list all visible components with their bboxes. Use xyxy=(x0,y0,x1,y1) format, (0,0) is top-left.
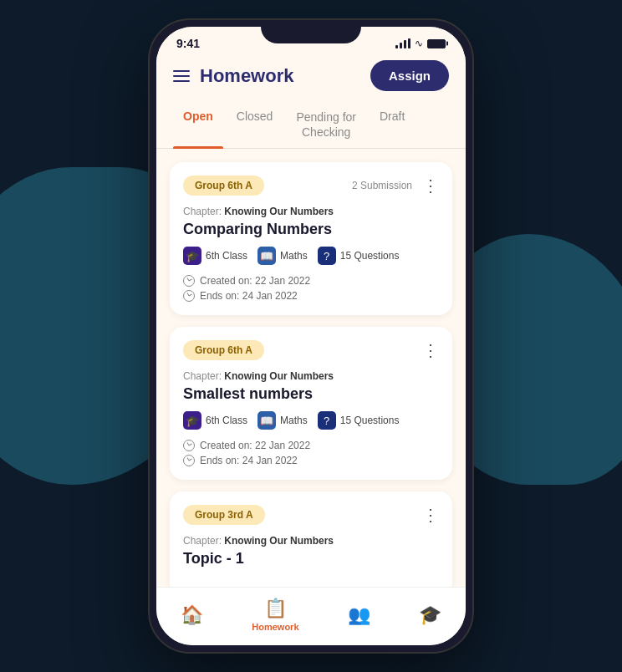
app-header: Homework Assign xyxy=(156,53,466,101)
created-date-1: Created on: 22 Jan 2022 xyxy=(183,275,439,287)
card-title-3: Topic - 1 xyxy=(183,550,439,568)
chapter-label-1: Chapter: Knowing Our Numbers xyxy=(183,206,439,217)
menu-button[interactable] xyxy=(173,70,190,82)
notch xyxy=(261,20,361,43)
more-options-2[interactable]: ⋮ xyxy=(422,342,439,359)
homework-list: Group 6th A 2 Submission ⋮ Chapter: Know… xyxy=(156,149,466,587)
nav-students[interactable]: 👥 xyxy=(348,604,370,626)
hamburger-line xyxy=(173,75,190,77)
hamburger-line xyxy=(173,70,190,72)
clock-icon-ends-2 xyxy=(183,455,195,466)
tab-open[interactable]: Open xyxy=(173,101,223,148)
bottom-navigation: 🏠 📋 Homework 👥 🎓 xyxy=(156,587,466,645)
scene: 9:41 ∿ xyxy=(0,0,622,672)
card-header-3: Group 3rd A ⋮ xyxy=(183,505,439,525)
card-title-1: Comparing Numbers xyxy=(183,221,439,238)
nav-courses[interactable]: 🎓 xyxy=(419,604,441,626)
created-date-2: Created on: 22 Jan 2022 xyxy=(183,440,439,451)
ends-date-2: Ends on: 24 Jan 2022 xyxy=(183,455,439,466)
subject-icon-2: 📖 xyxy=(257,411,276,430)
hamburger-line xyxy=(173,80,190,82)
phone-frame: 9:41 ∿ xyxy=(148,18,474,654)
subject-tag-2: 📖 Maths xyxy=(257,411,308,430)
card-title-2: Smallest numbers xyxy=(183,385,439,403)
status-icons: ∿ xyxy=(395,38,446,49)
courses-icon: 🎓 xyxy=(419,604,441,626)
card-header-2: Group 6th A ⋮ xyxy=(183,340,439,360)
class-tag-2: 🎓 6th Class xyxy=(183,411,247,430)
group-badge-1: Group 6th A xyxy=(183,176,264,196)
subject-tag-1: 📖 Maths xyxy=(257,247,308,265)
questions-tag-1: ? 15 Questions xyxy=(318,247,400,265)
card-dates-2: Created on: 22 Jan 2022 Ends on: 24 Jan … xyxy=(183,440,439,466)
status-time: 9:41 xyxy=(176,37,200,50)
chapter-label-3: Chapter: Knowing Our Numbers xyxy=(183,535,439,547)
subject-icon-1: 📖 xyxy=(257,247,276,265)
page-title: Homework xyxy=(200,65,293,87)
more-options-3[interactable]: ⋮ xyxy=(422,507,439,523)
nav-homework[interactable]: 📋 Homework xyxy=(252,598,298,632)
ends-date-1: Ends on: 24 Jan 2022 xyxy=(183,290,439,302)
homework-card-2: Group 6th A ⋮ Chapter: Knowing Our Numbe… xyxy=(170,327,452,480)
phone-screen: 9:41 ∿ xyxy=(156,27,466,645)
wifi-icon: ∿ xyxy=(415,38,423,49)
card-header-1: Group 6th A 2 Submission ⋮ xyxy=(183,176,439,196)
questions-icon-2: ? xyxy=(318,411,336,430)
class-tag-1: 🎓 6th Class xyxy=(183,247,247,265)
homework-nav-icon: 📋 xyxy=(264,598,287,619)
tab-closed[interactable]: Closed xyxy=(227,101,283,148)
tabs-bar: Open Closed Pending forChecking Draft xyxy=(156,101,466,149)
battery-icon xyxy=(427,39,446,48)
homework-card-3: Group 3rd A ⋮ Chapter: Knowing Our Numbe… xyxy=(170,491,452,587)
students-icon: 👥 xyxy=(348,604,370,626)
assign-button[interactable]: Assign xyxy=(370,60,449,91)
questions-tag-2: ? 15 Questions xyxy=(318,411,400,430)
submission-count-1: 2 Submission xyxy=(352,180,412,191)
clock-icon-2 xyxy=(183,440,195,451)
chapter-label-2: Chapter: Knowing Our Numbers xyxy=(183,370,439,382)
group-badge-3: Group 3rd A xyxy=(183,505,265,525)
more-options-1[interactable]: ⋮ xyxy=(422,177,439,194)
card-header-right-1: 2 Submission ⋮ xyxy=(352,177,439,194)
card-tags-1: 🎓 6th Class 📖 Maths ? 15 Questions xyxy=(183,247,439,265)
class-icon-1: 🎓 xyxy=(183,247,201,265)
card-dates-1: Created on: 22 Jan 2022 Ends on: 24 Jan … xyxy=(183,275,439,302)
homework-card-1: Group 6th A 2 Submission ⋮ Chapter: Know… xyxy=(170,162,452,315)
tab-pending[interactable]: Pending forChecking xyxy=(286,101,366,148)
header-left: Homework xyxy=(173,65,293,87)
home-icon: 🏠 xyxy=(181,604,203,626)
questions-icon-1: ? xyxy=(318,247,336,265)
group-badge-2: Group 6th A xyxy=(183,340,264,360)
tab-draft[interactable]: Draft xyxy=(370,101,415,148)
card-tags-2: 🎓 6th Class 📖 Maths ? 15 Questions xyxy=(183,411,439,430)
clock-icon-1 xyxy=(183,275,195,287)
class-icon-2: 🎓 xyxy=(183,411,201,430)
clock-icon-ends-1 xyxy=(183,290,195,302)
homework-nav-label: Homework xyxy=(252,622,298,632)
signal-icon xyxy=(395,38,410,48)
nav-home[interactable]: 🏠 xyxy=(181,604,203,626)
